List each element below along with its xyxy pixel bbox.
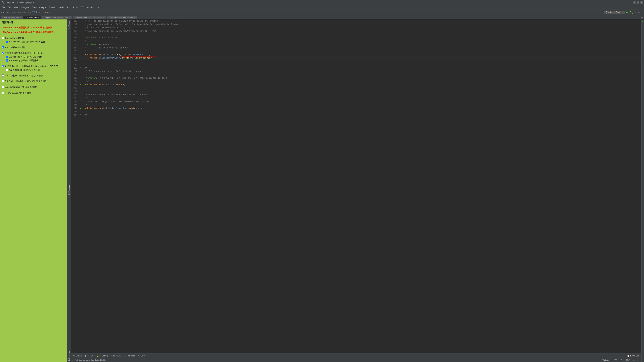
menu-view[interactable]: View <box>13 6 20 9</box>
nav-forward-icon[interactable]: ▶ <box>3 11 4 14</box>
debug-label: 5: Debug <box>100 354 108 357</box>
item-5-label: 5. nio 空轮询 bug 在哪里体现, 如何解决 <box>5 74 43 77</box>
side-tab-favorites[interactable]: 2: Favorites <box>67 350 70 362</box>
tab-abstractscheduled[interactable]: J AbstractScheduledEventExe ✕ <box>107 16 137 19</box>
checkbox-3-1[interactable] <box>6 56 8 58</box>
terminal-label: Terminal <box>127 354 135 357</box>
statusbar-left: ✓ ✓ All files are up-to-date (today 21:2… <box>72 359 106 361</box>
run-indicator-242[interactable]: ▶ <box>80 107 82 110</box>
menu-code[interactable]: Code <box>30 6 38 9</box>
menu-help[interactable]: Help <box>96 6 102 9</box>
code-editor[interactable]: 216 * <p> The new selector is created by… <box>71 20 641 353</box>
menu-edit[interactable]: Edit <box>6 6 13 9</box>
checkbox-4-1[interactable] <box>6 69 8 71</box>
checkbox-8[interactable] <box>2 92 4 94</box>
bottom-tab-todo[interactable]: ✓ 6: TODO <box>109 354 122 358</box>
checkbox-7[interactable] <box>2 86 4 88</box>
run-icon: ▶ <box>85 354 87 357</box>
run-indicator-235[interactable]: ▶ <box>80 83 82 86</box>
breadcrumb-selector[interactable]: ⬡ Selector <box>32 11 41 14</box>
breadcrumb-rtjar[interactable]: rt.jar <box>5 11 9 14</box>
terminal-icon: ⬛ <box>124 354 126 357</box>
section-4: 4. 每次循环时, 什么时候会进入 SelectStrategy.SELECT … <box>2 64 66 72</box>
side-tab-project[interactable]: 1: Project <box>67 20 70 30</box>
tab-selector-close[interactable]: ✕ <box>38 17 39 18</box>
statusbar-indent[interactable]: 4 spaces <box>632 359 640 361</box>
tab-selector-java-icon: J <box>25 17 26 18</box>
run-label: 4: Run <box>88 354 93 357</box>
toolbar-icon-3[interactable]: ⏸ <box>641 11 643 14</box>
tab-singlethreadeventexecutor[interactable]: J SingleThreadEventExecutor.java ✕ <box>72 16 106 19</box>
bottom-tab-run[interactable]: ▶ 4: Run <box>84 354 94 358</box>
statusbar-encoding[interactable]: UTF-8 <box>625 359 630 361</box>
item-4-1: 4.1 何时会 select 阻塞, 阻塞多久 <box>6 68 66 72</box>
maximize-button[interactable]: □ <box>636 1 639 4</box>
statusbar-position[interactable]: 227:59 <box>612 359 617 361</box>
bottom-tab-build[interactable]: 🔨 Build <box>136 354 147 358</box>
tab-java-icon: J <box>2 17 3 18</box>
checkbox-6[interactable] <box>2 80 4 82</box>
tab-nioeventloop-close[interactable]: ✕ <box>20 17 21 18</box>
checkbox-5[interactable] <box>2 74 4 77</box>
code-line-243: 243 <box>71 110 641 113</box>
code-line-233: 233 * @return <tt>true</tt> if, and only… <box>71 76 641 80</box>
code-line-225: 225 */ <box>71 50 641 53</box>
code-line-229: 229 <box>71 63 641 66</box>
code-line-237: 237 ▼ /** <box>71 90 641 93</box>
menu-navigate[interactable]: Navigate <box>20 6 30 9</box>
code-line-239: 239 * <box>71 96 641 100</box>
main-content: 再强调一遍： • NioEventLoop 的重要组成: selector, 线… <box>0 20 644 362</box>
menu-vcs[interactable]: VCS <box>79 6 86 9</box>
settings-icon[interactable]: ⚙ <box>641 15 643 19</box>
bottom-tab-terminal[interactable]: ⬛ Terminal <box>122 354 136 358</box>
tab-stel-close[interactable]: ✕ <box>69 17 70 18</box>
menu-tools[interactable]: Tools <box>72 6 79 9</box>
breadcrumb-channels[interactable]: channels <box>22 11 30 14</box>
fold-icon-230[interactable]: ▼ <box>80 66 81 70</box>
menu-refactor[interactable]: Refactor <box>48 6 58 9</box>
checkbox-3-2[interactable] <box>6 59 8 62</box>
bottom-tab-debug[interactable]: 🐛 5: Debug <box>95 354 109 358</box>
toolbar-icon-2[interactable]: ⏭ <box>637 11 640 14</box>
checkbox-2[interactable] <box>2 46 4 48</box>
menu-build[interactable]: Build <box>58 6 65 9</box>
checkbox-1[interactable] <box>2 37 4 39</box>
tabbar: J NioEventLoop.java ✕ J Selector.java ✕ … <box>0 15 644 20</box>
checkbox-1-1[interactable] <box>6 40 8 43</box>
fold-icon-237[interactable]: ▼ <box>80 90 81 93</box>
code-line-218: 218 * of the system-wide default {@link <box>71 26 641 30</box>
side-tab-structure[interactable]: 2: Structure <box>67 184 70 196</box>
nav-back-icon[interactable]: ◀ <box>1 11 2 14</box>
tab-ase-close[interactable]: ✕ <box>134 17 135 18</box>
debug-icon: 🐛 <box>96 354 99 357</box>
statusbar-lf[interactable]: LF <box>620 359 622 361</box>
todo-icon: ✓ <box>111 354 112 357</box>
breadcrumb-nio[interactable]: nio <box>17 11 20 14</box>
tab-nioeventloop[interactable]: J NioEventLoop.java ✕ <box>1 16 23 19</box>
tab-singlethreadeventloop[interactable]: J SingleThreadEventLoop.java ✕ <box>42 16 72 19</box>
titlebar-controls[interactable]: ─ □ ✕ <box>633 1 643 4</box>
tab-overflow-icon[interactable]: ▾ <box>638 15 640 19</box>
debug-button[interactable]: 🐛 <box>630 11 634 14</box>
bottom-tab-find[interactable]: 🔍 3: Find <box>72 354 84 358</box>
bottom-tab-eventlog[interactable]: 📋 Event Log <box>626 354 641 358</box>
menu-file[interactable]: File <box>1 6 6 9</box>
toolbar-icon-1[interactable]: ⟳ <box>634 11 636 14</box>
run-button[interactable]: ▶ <box>626 10 629 14</box>
breadcrumb-java[interactable]: java <box>11 11 15 14</box>
fold-icon-244[interactable]: ▼ <box>80 113 81 117</box>
checkbox-3[interactable] <box>2 52 4 54</box>
menu-analyze[interactable]: Analyze <box>38 6 48 9</box>
eventlog-icon: 📋 <box>627 354 630 357</box>
section-2: 2. nio 线程在何时启动 <box>2 45 66 50</box>
breadcrumb-open[interactable]: ⬡ open <box>43 11 50 14</box>
minimize-button[interactable]: ─ <box>633 1 636 4</box>
tab-stee-close[interactable]: ✕ <box>103 17 104 18</box>
tab-selector[interactable]: J Selector.java ✕ <box>24 16 41 19</box>
checkbox-4[interactable] <box>2 65 4 67</box>
menu-window[interactable]: Window <box>86 6 96 9</box>
menu-run[interactable]: Run <box>65 6 72 9</box>
menubar: File Edit View Navigate Code Analyze Ref… <box>0 5 644 10</box>
run-config-selector[interactable]: TestSourceServer ▾ <box>604 11 625 14</box>
close-button[interactable]: ✕ <box>640 1 643 4</box>
